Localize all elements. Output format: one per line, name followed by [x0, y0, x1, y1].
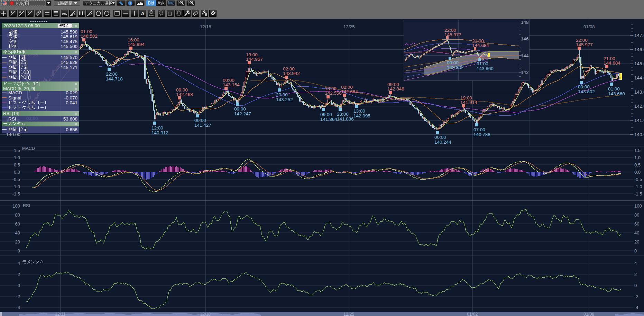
svg-text:12/11: 12/11	[55, 312, 65, 316]
svg-text:0: 0	[18, 248, 20, 253]
svg-text:01/08: 01/08	[583, 24, 595, 29]
svg-text:-2: -2	[16, 294, 20, 299]
svg-text:2023/12/13 05:00: 2023/12/13 05:00	[3, 23, 40, 28]
svg-text:146.00: 146.00	[634, 47, 644, 52]
svg-text:0.5: 0.5	[14, 162, 20, 167]
svg-text:-2: -2	[634, 294, 638, 299]
svg-text:✕: ✕	[74, 112, 77, 116]
svg-text:20: 20	[15, 239, 20, 245]
svg-text:145.475: 145.475	[61, 39, 77, 44]
svg-text:145.598: 145.598	[61, 29, 77, 35]
svg-text:140.788: 140.788	[473, 132, 490, 137]
svg-text:00:00: 00:00	[194, 118, 206, 123]
svg-text:148: 148	[521, 20, 529, 25]
svg-text:01/08: 01/08	[583, 312, 594, 316]
svg-text:1.5: 1.5	[14, 148, 20, 153]
svg-text:12/18: 12/18	[200, 24, 211, 29]
svg-text:0.0: 0.0	[634, 170, 641, 175]
svg-text:1.0: 1.0	[634, 155, 641, 160]
svg-text:-1.0: -1.0	[12, 184, 20, 189]
svg-text:12/25: 12/25	[343, 312, 354, 316]
svg-text:-4: -4	[16, 305, 20, 310]
svg-text:i: i	[130, 1, 131, 5]
svg-text:142.247: 142.247	[234, 111, 251, 116]
svg-text:142.848: 142.848	[387, 86, 404, 92]
svg-text:143.154: 143.154	[223, 82, 240, 87]
svg-text:MACD: MACD	[22, 146, 35, 151]
svg-text:143.660: 143.660	[477, 66, 494, 71]
svg-text:23:00: 23:00	[337, 112, 349, 117]
svg-text:140.00: 140.00	[634, 132, 644, 137]
svg-text:144: 144	[521, 53, 529, 58]
svg-text:143.942: 143.942	[283, 71, 300, 76]
svg-text:07:00: 07:00	[473, 127, 485, 132]
svg-text:-1.0: -1.0	[634, 184, 642, 189]
svg-text:142.468: 142.468	[176, 92, 193, 97]
svg-text:0: 0	[634, 248, 637, 253]
svg-text:RSI [14]: RSI [14]	[3, 111, 19, 116]
svg-text:145.500: 145.500	[61, 44, 77, 49]
svg-text:-0.5: -0.5	[634, 177, 642, 182]
svg-text:142: 142	[521, 70, 529, 75]
svg-text:100: 100	[12, 203, 20, 209]
svg-text:MACD: MACD	[8, 90, 22, 95]
svg-text:145.977: 145.977	[576, 42, 593, 47]
svg-text:142.556: 142.556	[325, 90, 342, 96]
svg-text:141.864: 141.864	[320, 117, 337, 122]
svg-text:53.608: 53.608	[63, 116, 77, 122]
svg-text:144.684: 144.684	[472, 43, 489, 48]
svg-text:145.00: 145.00	[634, 61, 644, 66]
svg-text:00:00: 00:00	[434, 135, 446, 140]
svg-text:80: 80	[634, 212, 639, 218]
svg-text:141.914: 141.914	[460, 100, 477, 105]
svg-text:0: 0	[634, 283, 637, 288]
svg-text:0.0: 0.0	[14, 170, 20, 175]
svg-text:00:00: 00:00	[447, 60, 459, 65]
svg-text:146.582: 146.582	[81, 33, 98, 39]
svg-text:140.912: 140.912	[151, 130, 168, 135]
svg-text:142.095: 142.095	[353, 113, 370, 118]
svg-text:20:00: 20:00	[276, 92, 288, 97]
svg-text:2: 2	[634, 272, 637, 277]
svg-text:2: 2	[19, 10, 21, 13]
svg-text:-1.5: -1.5	[634, 191, 642, 197]
svg-text:RSI: RSI	[23, 203, 30, 208]
svg-text:142.664: 142.664	[341, 89, 358, 94]
svg-text:100: 100	[634, 203, 642, 209]
svg-text:20: 20	[634, 239, 639, 245]
svg-text:145.977: 145.977	[444, 32, 461, 37]
svg-text:1: 1	[11, 10, 12, 13]
svg-text:144.00: 144.00	[634, 75, 644, 80]
svg-text:2: 2	[18, 272, 20, 277]
svg-text:143.660: 143.660	[608, 91, 625, 96]
svg-text:144.957: 144.957	[246, 57, 263, 62]
svg-text:01/02: 01/02	[467, 312, 478, 316]
svg-text:22:00: 22:00	[106, 71, 118, 77]
svg-text:3: 3	[28, 10, 29, 13]
svg-text:40: 40	[15, 230, 20, 236]
svg-text:145.171: 145.171	[61, 65, 77, 70]
svg-text:141.886: 141.886	[337, 116, 354, 122]
svg-text:RSI: RSI	[8, 116, 16, 122]
svg-text:145.994: 145.994	[128, 42, 145, 47]
svg-text:145.619: 145.619	[61, 34, 77, 39]
svg-text:1.5: 1.5	[634, 148, 641, 153]
svg-text:144.718: 144.718	[106, 76, 123, 82]
svg-text:12/18: 12/18	[200, 312, 211, 316]
svg-text:4: 4	[634, 261, 637, 266]
svg-text:141.427: 141.427	[194, 123, 211, 128]
svg-text:icon: icon	[149, 14, 154, 16]
svg-text:144.684: 144.684	[604, 60, 620, 66]
svg-text:4: 4	[18, 261, 20, 266]
svg-text:0.5: 0.5	[634, 162, 641, 167]
svg-text:-0.656: -0.656	[64, 127, 77, 132]
svg-text:140.244: 140.244	[434, 140, 451, 145]
svg-text:1.0: 1.0	[14, 155, 20, 160]
svg-text:-4: -4	[634, 305, 638, 310]
svg-text:Signal: Signal	[8, 95, 21, 100]
svg-text:40: 40	[634, 230, 639, 236]
svg-text:-0.070: -0.070	[64, 95, 77, 100]
svg-text:141.00: 141.00	[634, 118, 644, 123]
svg-text:01:00: 01:00	[477, 61, 488, 66]
svg-text:80: 80	[15, 212, 20, 218]
